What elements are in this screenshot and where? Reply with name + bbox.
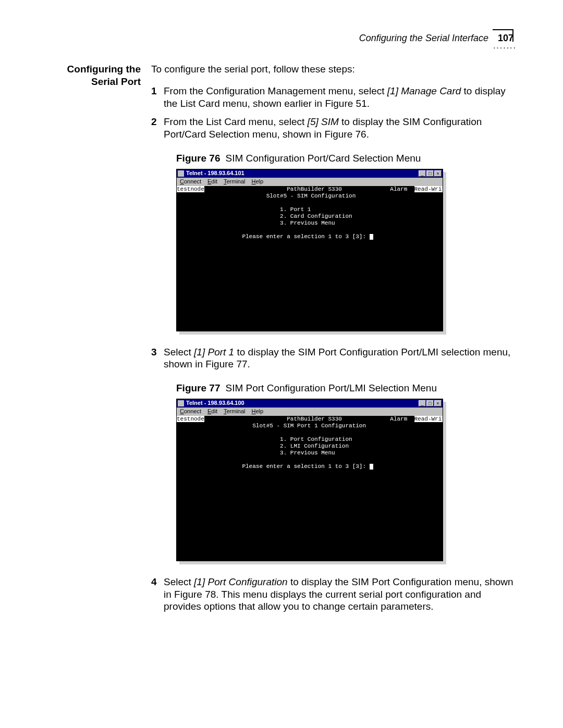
menu-edit[interactable]: EEditdit [207,178,217,186]
telnet1-hostname: testnode [177,186,204,192]
menu-help[interactable]: Help [252,408,264,415]
telnet1-alarm: Alarm [390,186,407,192]
menu-terminal[interactable]: TTerminalerminal [224,178,246,186]
maximize-button[interactable]: □ [426,400,434,406]
step-1: From the Configuration Management menu, … [151,85,513,110]
telnet-app-icon [178,170,184,177]
telnet2-hostname: testnode [177,416,204,422]
fig77-num: Figure 77 [176,382,220,393]
step1-em: [1] Manage Card [387,85,461,96]
menu-help[interactable]: HHelpelp [252,178,264,186]
fig77-title: SIM Port Configuration Port/LMI Selectio… [225,382,437,393]
telnet2-opt2: 2. LMI Configuration [280,443,349,449]
telnet1-prompt: Please enter a selection 1 to 3 [3]: [242,233,369,240]
menu-connect[interactable]: CConnectonnect [180,178,201,186]
figure-77-caption: Figure 77SIM Port Configuration Port/LMI… [176,382,513,394]
telnet2-terminal[interactable]: testnode PathBuilder S330 Alarm Read-Wri… [177,416,443,561]
telnet2-prompt: Please enter a selection 1 to 3 [3]: [242,463,369,470]
telnet-app-icon [178,400,184,406]
step4-pre: Select [164,576,194,587]
menu-edit[interactable]: Edit [207,408,217,415]
telnet-window-1: Telnet - 198.93.64.101 _ □ × CConnectonn… [176,169,443,331]
fig76-title: SIM Configuration Port/Card Selection Me… [225,153,421,164]
header-dots-icon [485,44,517,50]
step-3: Select [1] Port 1 to display the SIM Por… [151,346,513,561]
telnet1-opt1: 1. Port 1 [280,206,311,213]
telnet1-title-text: Telnet - 198.93.64.101 [186,170,244,177]
step2-pre: From the List Card menu, select [164,116,308,127]
minimize-button[interactable]: _ [419,170,426,177]
section-title: Configuring the Serial Interface [359,32,488,44]
cursor-icon [370,234,373,240]
telnet2-opt3: 3. Previous Menu [280,450,335,456]
fig76-num: Figure 76 [176,153,220,164]
step1-pre: From the Configuration Management menu, … [164,85,387,96]
telnet1-titlebar: Telnet - 198.93.64.101 _ □ × [177,169,443,178]
telnet2-titlebar: Telnet - 198.93.64.100 _ □ × [177,399,443,408]
telnet2-mode: Read-Write [414,416,443,422]
telnet2-title-text: Telnet - 198.93.64.100 [186,400,244,407]
step3-em: [1] Port 1 [194,347,234,357]
cursor-icon [370,464,373,470]
telnet2-device: PathBuilder S330 [287,416,342,422]
step2-em: [5] SIM [308,116,339,127]
telnet-window-2: Telnet - 198.93.64.100 _ □ × Connect Edi… [176,399,443,561]
step3-pre: Select [164,347,194,357]
step-2: From the List Card menu, select [5] SIM … [151,116,513,331]
telnet1-device: PathBuilder S330 [287,186,342,192]
close-button[interactable]: × [434,170,442,177]
telnet2-opt1: 1. Port Configuration [280,436,352,442]
telnet2-alarm: Alarm [390,416,407,422]
header-rule-h [493,29,513,30]
telnet1-opt3: 3. Previous Menu [280,220,335,226]
figure-76-caption: Figure 76SIM Configuration Port/Card Sel… [176,152,513,165]
minimize-button[interactable]: _ [419,400,426,406]
telnet1-menubar: CConnectonnect EEditdit TTerminalerminal… [177,178,443,186]
maximize-button[interactable]: □ [426,170,434,177]
running-header: Configuring the Serial Interface 107 [359,32,513,51]
telnet1-mode: Read-Write [414,186,443,192]
menu-connect[interactable]: Connect [180,408,201,415]
telnet1-opt2: 2. Card Configuration [280,213,352,219]
close-button[interactable]: × [434,400,442,406]
telnet2-menubar: Connect Edit Terminal Help [177,408,443,416]
intro-text: To configure the serial port, follow the… [151,63,513,76]
menu-terminal[interactable]: Terminal [224,408,246,415]
step-4: Select [1] Port Configuration to display… [151,576,513,613]
telnet1-terminal[interactable]: testnode PathBuilder S330 Alarm Read-Wri… [177,186,443,331]
step4-em: [1] Port Configuration [194,576,288,587]
telnet1-subtitle: Slot#5 - SIM Configuration [266,193,356,199]
side-heading: Configuring the Serial Port [50,63,141,619]
telnet2-subtitle: Slot#5 - SIM Port 1 Configuration [252,423,366,429]
